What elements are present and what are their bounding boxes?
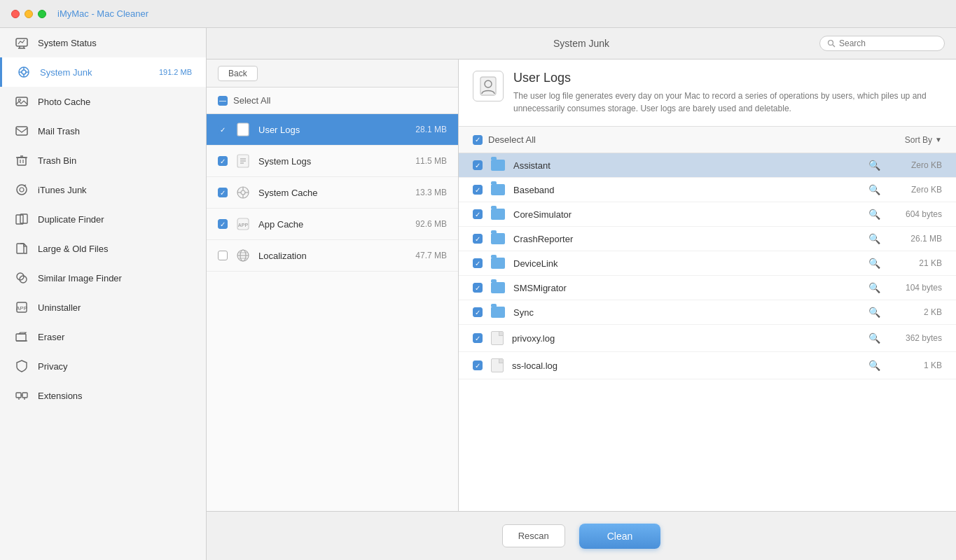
sidebar-item-mail-trash[interactable]: Mail Trash <box>0 116 206 146</box>
close-button[interactable] <box>11 10 20 18</box>
magnify-coresimulator-icon[interactable]: 🔍 <box>868 209 880 220</box>
svg-rect-13 <box>18 158 26 165</box>
large-old-files-icon <box>14 241 29 256</box>
detail-item-name-smsmigrator: SMSMigrator <box>513 283 860 293</box>
extensions-icon <box>14 388 29 403</box>
magnify-baseband-icon[interactable]: 🔍 <box>868 184 880 195</box>
svg-rect-32 <box>16 393 21 398</box>
sidebar-item-eraser[interactable]: Eraser <box>0 322 206 351</box>
select-all-checkbox[interactable]: — <box>218 96 228 106</box>
svg-point-11 <box>19 99 21 102</box>
list-item-user-logs[interactable]: ✓ User Logs 28.1 MB <box>207 114 458 146</box>
sidebar-item-system-status[interactable]: System Status <box>0 28 206 57</box>
duplicate-finder-icon <box>14 211 29 227</box>
search-input[interactable] <box>839 38 937 48</box>
sidebar-item-large-old-files[interactable]: Large & Old Files <box>0 234 206 263</box>
checkbox-baseband[interactable]: ✓ <box>473 185 483 195</box>
svg-point-37 <box>829 41 833 46</box>
back-button[interactable]: Back <box>218 66 258 81</box>
checkbox-privoxy-log[interactable]: ✓ <box>473 333 483 343</box>
magnify-privoxy-log-icon[interactable]: 🔍 <box>868 332 880 344</box>
detail-item-baseband[interactable]: ✓ Baseband 🔍 Zero KB <box>459 178 956 202</box>
svg-rect-22 <box>20 214 27 223</box>
svg-rect-30 <box>16 334 26 341</box>
item-size-user-logs: 28.1 MB <box>415 125 447 134</box>
detail-item-name-sync: Sync <box>513 307 860 318</box>
sidebar-item-trash-bin[interactable]: Trash Bin <box>0 146 206 175</box>
sidebar-item-extensions[interactable]: Extensions <box>0 381 206 410</box>
search-box[interactable] <box>819 36 945 51</box>
checkbox-assistant[interactable]: ✓ <box>473 160 483 170</box>
sidebar-badge-system-junk: 191.2 MB <box>159 68 192 76</box>
svg-rect-23 <box>17 244 24 253</box>
maximize-button[interactable] <box>38 10 46 18</box>
checkbox-sync[interactable]: ✓ <box>473 307 483 317</box>
sidebar-item-duplicate-finder[interactable]: Duplicate Finder <box>0 204 206 234</box>
privacy-icon <box>14 358 29 374</box>
coresimulator-folder-icon <box>491 209 505 220</box>
svg-line-38 <box>833 45 835 47</box>
detail-item-assistant[interactable]: ✓ Assistant 🔍 Zero KB <box>459 153 956 178</box>
checkbox-system-logs[interactable]: ✓ <box>218 156 228 166</box>
detail-item-size-sync: 2 KB <box>893 307 942 317</box>
sort-by-label: Sort By <box>905 135 932 145</box>
item-name-system-cache: System Cache <box>258 188 408 198</box>
checkbox-localization[interactable] <box>218 251 228 260</box>
detail-item-crashreporter[interactable]: ✓ CrashReporter 🔍 26.1 MB <box>459 227 956 251</box>
crashreporter-folder-icon <box>491 233 505 244</box>
checkbox-app-cache[interactable]: ✓ <box>218 219 228 229</box>
sidebar-item-photo-cache[interactable]: Photo Cache <box>0 87 206 116</box>
list-item-app-cache[interactable]: ✓ APP App Cache 92.6 MB <box>207 209 458 240</box>
checkbox-system-cache[interactable]: ✓ <box>218 188 228 197</box>
magnify-assistant-icon[interactable]: 🔍 <box>868 160 880 171</box>
search-icon <box>827 39 836 48</box>
magnify-sync-icon[interactable]: 🔍 <box>868 307 880 318</box>
magnify-smsmigrator-icon[interactable]: 🔍 <box>868 282 880 293</box>
magnify-devicelink-icon[interactable]: 🔍 <box>868 258 880 269</box>
detail-items: ✓ Assistant 🔍 Zero KB ✓ Baseband 🔍 Zero … <box>459 153 956 511</box>
checkbox-coresimulator[interactable]: ✓ <box>473 209 483 219</box>
detail-item-name-devicelink: DeviceLink <box>513 258 860 269</box>
deselect-all-checkbox[interactable]: ✓ <box>473 135 483 145</box>
svg-point-5 <box>22 70 26 74</box>
svg-rect-33 <box>22 393 27 398</box>
item-size-system-cache: 13.3 MB <box>415 188 447 197</box>
detail-item-ss-local-log[interactable]: ✓ ss-local.log 🔍 1 KB <box>459 352 956 379</box>
sidebar-item-itunes-junk[interactable]: iTunes Junk <box>0 175 206 204</box>
checkbox-crashreporter[interactable]: ✓ <box>473 234 483 244</box>
system-logs-icon <box>235 153 251 169</box>
checkbox-ss-local-log[interactable]: ✓ <box>473 360 483 370</box>
clean-button[interactable]: Clean <box>579 524 661 549</box>
checkbox-devicelink[interactable]: ✓ <box>473 258 483 268</box>
list-item-system-logs[interactable]: ✓ System Logs 11.5 MB <box>207 146 458 177</box>
detail-item-size-ss-local-log: 1 KB <box>893 360 942 370</box>
sidebar-item-privacy[interactable]: Privacy <box>0 351 206 381</box>
detail-item-coresimulator[interactable]: ✓ CoreSimulator 🔍 604 bytes <box>459 202 956 227</box>
detail-item-smsmigrator[interactable]: ✓ SMSMigrator 🔍 104 bytes <box>459 276 956 300</box>
checkbox-smsmigrator[interactable]: ✓ <box>473 283 483 293</box>
sidebar-label-privacy: Privacy <box>38 361 192 372</box>
sync-folder-icon <box>491 307 505 318</box>
detail-item-devicelink[interactable]: ✓ DeviceLink 🔍 21 KB <box>459 251 956 276</box>
detail-item-privoxy-log[interactable]: ✓ privoxy.log 🔍 362 bytes <box>459 325 956 352</box>
list-item-system-cache[interactable]: ✓ System Cache 13. <box>207 177 458 209</box>
rescan-button[interactable]: Rescan <box>502 524 565 547</box>
minimize-button[interactable] <box>25 10 33 18</box>
sidebar-label-duplicate-finder: Duplicate Finder <box>38 214 192 225</box>
sidebar-item-system-junk[interactable]: System Junk 191.2 MB <box>0 57 206 87</box>
detail-toolbar: ✓ Deselect All Sort By ▼ <box>459 127 956 153</box>
eraser-icon <box>14 329 29 344</box>
list-item-localization[interactable]: Localization 47.7 MB <box>207 240 458 272</box>
detail-item-sync[interactable]: ✓ Sync 🔍 2 KB <box>459 300 956 325</box>
sidebar-item-uninstaller[interactable]: APP Uninstaller <box>0 293 206 322</box>
assistant-folder-icon <box>491 160 505 171</box>
magnify-ss-local-log-icon[interactable]: 🔍 <box>868 360 880 371</box>
sidebar-item-similar-image-finder[interactable]: Similar Image Finder <box>0 263 206 293</box>
item-size-app-cache: 92.6 MB <box>415 219 447 229</box>
sort-area[interactable]: Sort By ▼ <box>905 135 942 145</box>
detail-title: User Logs <box>513 71 942 85</box>
item-name-app-cache: App Cache <box>258 219 408 230</box>
checkbox-user-logs[interactable]: ✓ <box>218 125 228 134</box>
magnify-crashreporter-icon[interactable]: 🔍 <box>868 233 880 244</box>
photo-cache-icon <box>14 94 29 109</box>
